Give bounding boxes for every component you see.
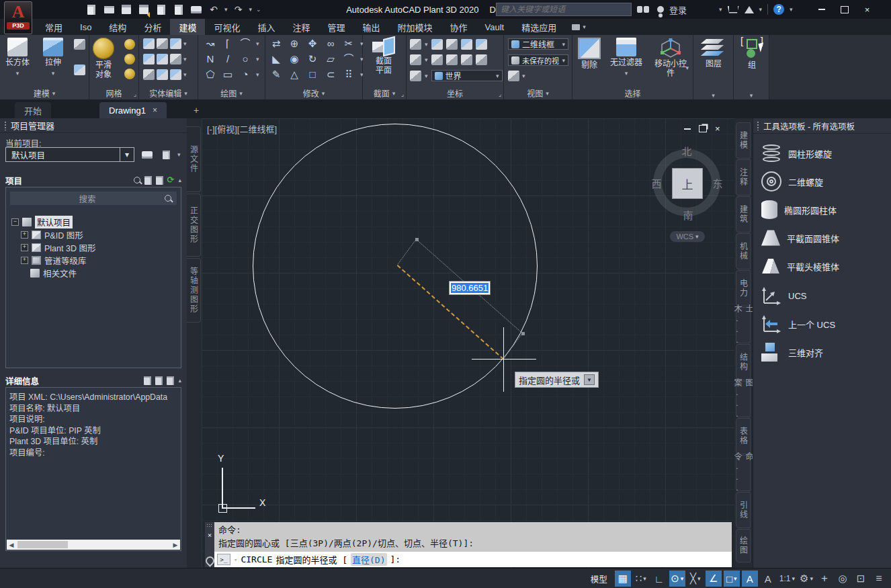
palette-tab-structural[interactable]: 结构 [736,344,751,380]
section-plane-button[interactable]: 截面平面 [372,38,395,75]
panel-label-modeling[interactable]: 建模▾ [0,87,89,99]
shell-icon[interactable] [143,69,155,80]
mesh-smooth-less-icon[interactable] [124,54,135,65]
ucs-z-axis-icon[interactable] [461,54,472,65]
ucs-named-icon[interactable] [476,39,487,50]
ucs-icon-show-icon[interactable] [410,39,421,50]
annotation-visibility-toggle[interactable]: A [742,571,758,587]
sign-in-button[interactable]: 登录 [669,3,687,16]
viewport-restore-icon[interactable] [699,125,707,132]
tree-search-icon[interactable] [165,195,171,202]
join-icon[interactable]: ⊂ [324,69,337,80]
search-icon[interactable] [637,6,642,13]
tool-frustum-cone[interactable]: 平截面圆锥体 [753,224,891,251]
collapse-section-icon[interactable]: ▴ [178,177,181,183]
start-tab[interactable]: 开始 [15,102,51,118]
panel-label-solid-editing[interactable]: 实体编辑▾ [139,87,198,99]
mesh-crease-icon[interactable] [124,69,135,79]
solid-row1-dropdown[interactable]: ▾ [183,40,187,47]
viewport-config-icon[interactable] [508,71,519,81]
palette-grip-icon[interactable] [757,121,759,130]
panel-label-view[interactable]: 视图▾ [504,87,572,99]
presspull-icon[interactable] [74,39,85,50]
scale-icon[interactable]: ▱ [324,54,337,65]
tree-item-pipe-spec[interactable]: + 管道等级库 [21,254,87,267]
pm-tab-ortho-drawings[interactable]: 正交图形 [187,194,201,257]
ribbon-tab-modeling[interactable]: 建模 [170,19,205,35]
undo-button[interactable]: ↶ [207,3,220,15]
offset-icon[interactable]: □ [306,69,319,80]
autodesk-dropdown[interactable]: ▾ [759,6,763,13]
palette-grip-icon[interactable] [4,121,7,130]
palette-tab-mechanical[interactable]: 机械 [736,233,751,269]
tree-item-related-files[interactable]: 相关文件 [30,267,77,280]
viewcube-north[interactable]: 北 [679,144,695,158]
command-line-window[interactable]: × 命令: 指定圆的圆心或 [三点(3P)/两点(2P)/切点、切点、半径(T)… [205,522,732,567]
drawing1-tab[interactable]: Drawing1 × [99,102,167,118]
viewcube-west[interactable]: 西 [648,176,665,190]
array-icon[interactable]: △ [288,69,301,80]
mesh-dialog-launcher[interactable]: ⌟ [134,91,136,97]
workspace-switching-button[interactable]: ⚙▾ [798,571,814,587]
recent-commands-dropdown[interactable]: ▾ [234,556,237,563]
project-manager-header[interactable]: 项目管理器 [0,118,187,133]
palette-tab-draw[interactable]: 绘图 [736,529,751,562]
gizmo-button[interactable]: 移动小控件 [653,38,688,78]
redo-button[interactable]: ↷ [232,3,245,15]
copy-project-icon[interactable] [159,148,173,161]
ucs-row1-dropdown[interactable]: ▾ [425,41,428,48]
move3d-icon[interactable]: ✥ [306,38,319,49]
open-file-icon[interactable] [102,3,116,15]
model-space-button[interactable]: 模型 [585,573,613,585]
transmit-icon[interactable] [155,3,168,15]
panel-label-section[interactable]: 截面▾ [363,87,406,99]
solid-row2-dropdown[interactable]: ▾ [183,56,187,62]
ribbon-tab-iso[interactable]: Iso [71,19,100,35]
ucs-row3-dropdown[interactable]: ▾ [425,73,428,79]
save-icon[interactable] [120,3,133,15]
command-option-diameter[interactable]: 直径(D) [351,553,386,566]
tool-previous-ucs[interactable]: 上一个 UCS [753,310,891,337]
draw-row3-dropdown[interactable]: ▾ [256,71,259,78]
box-button[interactable]: 长方体▾ [5,38,30,78]
arc-icon[interactable]: ⌒ [239,38,252,49]
tool-cylindrical-helix[interactable]: 圆柱形螺旋 [753,140,891,167]
object-snap-tracking-toggle[interactable]: ∠ [706,571,722,587]
ucs-x-icon[interactable] [410,54,421,65]
ucs-origin-icon[interactable] [446,54,458,65]
ribbon-tab-home[interactable]: 常用 [36,19,71,35]
line-icon[interactable]: / [221,54,235,65]
panel-label-group[interactable]: ▾ [734,92,769,99]
app-store-icon[interactable] [728,6,739,13]
close-tab-icon[interactable]: × [153,106,157,115]
scroll-right-icon[interactable]: ▶ [171,542,180,548]
layers-button[interactable]: 图层 [702,38,725,69]
ucs-3point-icon[interactable] [476,54,487,65]
plot-icon[interactable] [189,3,203,15]
smooth-object-button[interactable]: 平滑对象 [92,38,115,79]
viewport-config-dropdown[interactable]: ▾ [522,73,525,79]
circle-icon[interactable]: ○ [239,54,252,65]
polygon-icon[interactable]: ⬠ [204,69,217,80]
ribbon-tab-addins[interactable]: 附加模块 [388,19,441,35]
tool-ucs[interactable]: UCS [753,282,891,309]
extract-edges-icon[interactable] [170,54,181,65]
viewcube-east[interactable]: 东 [710,176,726,190]
ucs-previous-icon[interactable] [431,54,443,65]
group-button[interactable]: [] 组 [740,38,763,70]
draw-row1-dropdown[interactable]: ▾ [256,40,259,47]
solid-row3-dropdown[interactable]: ▾ [183,71,187,78]
rectangle-icon[interactable]: ▭ [221,69,235,80]
palette-tab-command-tools[interactable]: 命令... [736,455,751,491]
visual-style-combo[interactable]: 二维线框 ▾ [508,38,568,50]
object-snap-toggle[interactable]: □▾ [724,571,740,587]
3dscale-icon[interactable]: ◉ [288,54,301,65]
tool-3d-align[interactable]: 三维对齐 [753,339,891,366]
array-options-icon[interactable]: ⠿ [342,69,355,80]
application-menu-button[interactable]: A P3D [4,1,32,34]
palette-tab-modeling[interactable]: 建模 [736,122,751,159]
edit-details-icon[interactable] [144,376,151,385]
tool-frustum-pyramid[interactable]: 平截头棱锥体 [753,253,891,280]
slice-icon[interactable] [143,54,155,65]
new-drawing-icon[interactable] [144,176,152,185]
